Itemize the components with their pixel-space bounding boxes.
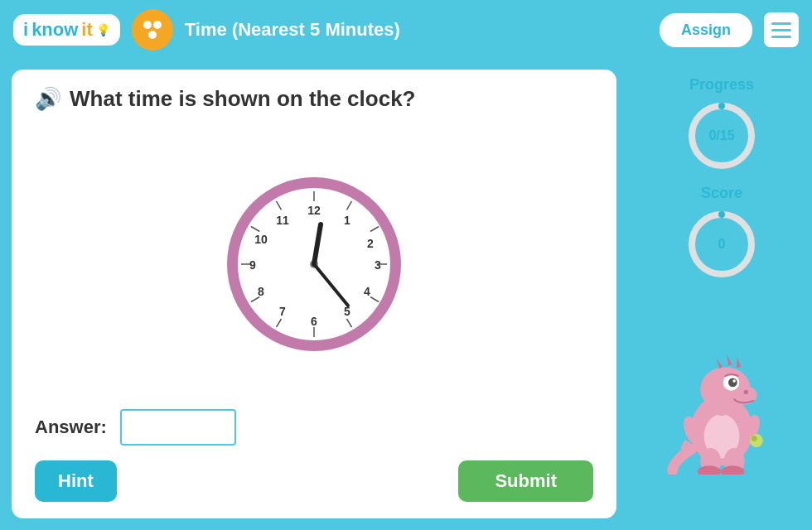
menu-button[interactable] (764, 12, 799, 47)
score-label: Score (701, 185, 742, 202)
logo-text-i: i (23, 19, 28, 41)
back-icon[interactable]: ▶◀ (762, 489, 800, 518)
menu-line-2 (771, 29, 791, 31)
logo: i know it 💡 (13, 14, 120, 46)
svg-point-43 (728, 378, 737, 388)
mascot-svg (660, 342, 784, 475)
svg-text:1: 1 (344, 214, 350, 227)
svg-point-56 (750, 434, 763, 447)
bulb-icon: 💡 (96, 23, 110, 36)
logo-text-it: it (81, 19, 92, 41)
submit-button[interactable]: Submit (458, 460, 593, 502)
question-text: What time is shown on the clock? (70, 86, 416, 112)
mascot-area (660, 293, 784, 478)
svg-point-2 (148, 31, 157, 39)
progress-label: Progress (689, 76, 754, 94)
score-section: Score 0 (684, 185, 759, 282)
score-ring: 0 (684, 207, 759, 282)
svg-text:9: 9 (249, 258, 256, 272)
svg-text:10: 10 (254, 233, 268, 246)
svg-point-57 (752, 436, 757, 441)
menu-line-1 (771, 22, 791, 25)
answer-label: Answer: (35, 417, 107, 438)
answer-row: Answer: (35, 409, 593, 446)
score-value: 0 (718, 237, 726, 252)
dots-icon (139, 17, 166, 43)
svg-line-50 (683, 442, 686, 448)
svg-text:6: 6 (311, 315, 317, 328)
svg-marker-47 (737, 357, 741, 368)
progress-value: 0/15 (708, 128, 734, 143)
svg-text:2: 2 (367, 237, 374, 250)
svg-marker-45 (717, 359, 723, 369)
logo-text-know: know (31, 19, 78, 41)
assign-button[interactable]: Assign (660, 13, 752, 47)
activity-icon (132, 9, 173, 51)
clock-svg: 12 1 2 3 4 5 6 7 8 9 10 11 (223, 173, 405, 355)
svg-marker-46 (727, 354, 732, 365)
svg-text:7: 7 (279, 305, 286, 318)
svg-point-1 (153, 21, 162, 29)
svg-text:4: 4 (364, 285, 370, 298)
header: i know it 💡 Time (Nearest 5 Minutes) Ass… (0, 0, 812, 60)
clock-container: 12 1 2 3 4 5 6 7 8 9 10 11 (35, 127, 593, 401)
activity-title: Time (Nearest 5 Minutes) (185, 19, 648, 41)
svg-point-44 (732, 379, 736, 383)
main-content: 🔊 What time is shown on the clock? (0, 60, 812, 530)
progress-section: Progress 0/15 (684, 76, 759, 173)
svg-text:11: 11 (276, 214, 289, 227)
question-row: 🔊 What time is shown on the clock? (35, 86, 593, 112)
panel-divider (628, 70, 631, 518)
svg-text:12: 12 (307, 204, 321, 217)
question-panel: 🔊 What time is shown on the clock? (12, 70, 616, 518)
bottom-row: Hint Submit (35, 460, 593, 502)
speaker-icon[interactable]: 🔊 (35, 86, 61, 112)
svg-point-0 (143, 21, 152, 29)
sidebar: Progress 0/15 Score 0 (643, 70, 800, 518)
svg-point-41 (744, 390, 748, 394)
menu-line-3 (771, 36, 791, 38)
svg-text:8: 8 (258, 285, 264, 298)
answer-input[interactable] (120, 409, 236, 446)
svg-text:3: 3 (375, 258, 381, 272)
progress-ring: 0/15 (684, 99, 759, 173)
hint-button[interactable]: Hint (35, 460, 117, 502)
